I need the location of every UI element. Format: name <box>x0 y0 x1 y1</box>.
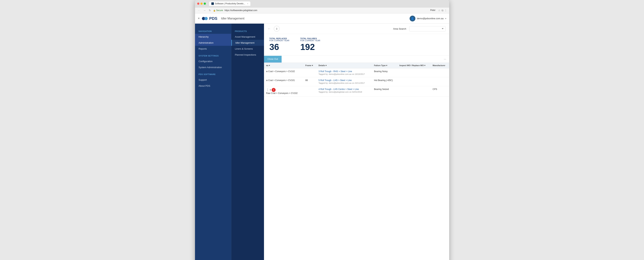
row1-manufacturer <box>430 68 449 77</box>
window-icon[interactable]: ⧉ <box>442 9 443 12</box>
bookmark-icon[interactable]: ☆ <box>438 9 440 12</box>
col-header-inspect-wo: Inspect WO / Replace WO ▾ <box>397 63 430 68</box>
row2-manufacturer <box>430 77 449 86</box>
address-url[interactable]: https://softwaredev.pdsglobal.com <box>224 9 429 12</box>
col-header-manufacturer: Manufacturer <box>430 63 449 68</box>
prev-arrow[interactable]: ← <box>268 27 271 31</box>
user-dropdown-arrow[interactable]: ▾ <box>445 17 446 20</box>
row1-details: 3 Roll Trough - RHS > Steel > Line Tagge… <box>316 68 372 77</box>
minimize-traffic-light[interactable] <box>200 3 202 5</box>
row3-detail-primary: 4 Roll Trough - LHS Centre > Steel > Lin… <box>318 88 370 91</box>
app-title: Idler Management <box>221 17 244 20</box>
table-toolbar: Close Out ··· <box>264 56 449 63</box>
secure-badge: 🔒 Secure <box>213 9 223 12</box>
sidebar-item-support[interactable]: Support <box>195 77 231 83</box>
total-replaced-value: 36 <box>270 42 290 52</box>
app-body: NAVIGATION Hierarchy Administration Repo… <box>195 24 449 260</box>
frame-filter[interactable]: Frame ▾ <box>306 64 313 67</box>
area-search-label: Area Search <box>393 28 406 30</box>
pds-software-title: PDS SOFTWARE <box>195 70 231 77</box>
sidebar-item-configuration[interactable]: Configuration <box>195 58 231 64</box>
tab-title: Software | Productivty Develo... <box>215 2 245 5</box>
nav-dropdown: NAVIGATION Hierarchy Administration Repo… <box>195 24 264 260</box>
product-item-asset[interactable]: Asset Management <box>231 34 264 40</box>
total-replaced-stat: TOTAL REPLACED FOR CURRENT YEAR 36 <box>270 38 290 52</box>
browser-titlebar: Software | Productivty Develo... × <box>195 0 449 8</box>
page-number: 3 <box>276 28 277 30</box>
table-row: ⋮ ▾ ! Raw Coal > Conveyors > CV102 4 Rol… <box>264 86 449 96</box>
row3-failure-type: Bearing Seized <box>372 86 397 96</box>
sidebar-item-system-admin[interactable]: System Administration <box>195 64 231 70</box>
total-failures-sublabel: FOR CURRENT YEAR <box>300 40 320 42</box>
forward-button[interactable]: → <box>202 9 206 12</box>
more-button[interactable]: ··· <box>441 56 449 63</box>
system-settings-title: SYSTEM SETTINGS <box>195 52 231 58</box>
area-filter[interactable]: ea ▾ <box>266 64 270 67</box>
row1-frame <box>303 68 316 77</box>
lock-icon: 🔒 <box>213 9 216 12</box>
area-search-select[interactable] <box>409 26 446 32</box>
inspect-wo-filter[interactable]: Inspect WO / Replace WO ▾ <box>400 64 426 67</box>
row3-manufacturer: CPS <box>430 86 449 96</box>
content-header: ← 3 Area Search <box>264 24 449 34</box>
row3-area: ⋮ ▾ ! Raw Coal > Conveyors > CV102 <box>264 86 303 96</box>
reload-button[interactable]: ↻ <box>208 9 212 12</box>
total-failures-label: TOTAL FAILURES <box>300 38 320 40</box>
col-header-area: ea ▾ <box>264 63 303 68</box>
row2-frame: 88 <box>303 77 316 86</box>
logo-circle-light <box>204 17 208 20</box>
failure-type-filter[interactable]: Failure Type ▾ <box>374 64 387 67</box>
products-section-title: PRODUCTS <box>231 27 264 34</box>
row3-frame <box>303 86 316 96</box>
page-indicator: 3 <box>274 26 280 32</box>
row3-actions: ⋮ ▾ ! <box>266 88 301 92</box>
sidebar-item-hierarchy[interactable]: Hierarchy <box>195 34 231 40</box>
close-traffic-light[interactable] <box>197 3 199 5</box>
user-email: demo@pdsonline.com.au <box>417 17 444 20</box>
browser-tab[interactable]: Software | Productivty Develo... × <box>209 2 250 6</box>
close-out-button[interactable]: Close Out <box>264 56 282 63</box>
row2-details: 5 Roll Trough - LHS > Steel > Line Tagge… <box>316 77 372 86</box>
menu-icon[interactable]: ⋮ <box>444 9 447 12</box>
details-filter[interactable]: Details ▾ <box>318 64 327 67</box>
row-actions-dots[interactable]: ⋮ <box>266 88 269 92</box>
row1-failure-type: Bearing Noisy <box>372 68 397 77</box>
stats-bar: TOTAL REPLACED FOR CURRENT YEAR 36 TOTAL… <box>264 34 449 56</box>
maximize-traffic-light[interactable] <box>204 3 206 5</box>
row2-inspect-wo <box>397 77 430 86</box>
logo-text: PDS <box>209 16 217 21</box>
sidebar-item-about[interactable]: About PDS <box>195 83 231 89</box>
total-replaced-sublabel: FOR CURRENT YEAR <box>270 40 290 42</box>
data-table: ea ▾ Frame ▾ Details ▾ Failure Type ▾ In <box>264 63 449 97</box>
nav-section-title: NAVIGATION <box>195 27 231 34</box>
total-failures-value: 192 <box>300 42 320 52</box>
browser-addressbar: ← → ↻ 🔒 Secure https://softwaredev.pdsgl… <box>195 8 449 14</box>
peter-label: Peter <box>430 9 436 12</box>
back-button[interactable]: ← <box>197 9 201 12</box>
browser-right-icons: Peter ☆ ⧉ ⋮ <box>430 9 447 12</box>
avatar: 👤 <box>410 16 416 22</box>
row3-inspect-wo <box>397 86 430 96</box>
product-item-liners[interactable]: Liners & Screens <box>231 46 264 52</box>
main-content: ← 3 Area Search TOTAL REPLACED FOR CURRE… <box>264 24 449 260</box>
col-header-failure-type: Failure Type ▾ <box>372 63 397 68</box>
row-actions-arrow[interactable]: ▾ <box>270 89 271 91</box>
secure-label: Secure <box>216 9 223 12</box>
nav-left-panel: NAVIGATION Hierarchy Administration Repo… <box>195 24 231 260</box>
product-item-planned[interactable]: Planned Inspections <box>231 52 264 58</box>
tab-close-button[interactable]: × <box>247 3 248 5</box>
table-row: w Coal > Conveyors > CV102 3 Roll Trough… <box>264 68 449 77</box>
table-header-row: ea ▾ Frame ▾ Details ▾ Failure Type ▾ In <box>264 63 449 68</box>
row3-details: 4 Roll Trough - LHS Centre > Steel > Lin… <box>316 86 372 96</box>
row3-detail-secondary: Tagged by: demo@pdsglobal.com on 02/01/2… <box>318 91 370 93</box>
row2-failure-type: Hot Bearing (+85C) <box>372 77 397 86</box>
close-button[interactable]: × <box>198 17 200 20</box>
total-failures-stat: TOTAL FAILURES FOR CURRENT YEAR 192 <box>300 38 320 52</box>
product-item-idler[interactable]: Idler Management <box>231 40 264 46</box>
total-replaced-label: TOTAL REPLACED <box>270 38 290 40</box>
col-header-details: Details ▾ <box>316 63 372 68</box>
row-badge: ! <box>272 88 276 92</box>
sidebar-item-reports[interactable]: Reports <box>195 46 231 52</box>
sidebar-item-administration[interactable]: Administration <box>195 40 231 46</box>
row2-area: w Coal > Conveyors > CV101 <box>264 77 303 86</box>
